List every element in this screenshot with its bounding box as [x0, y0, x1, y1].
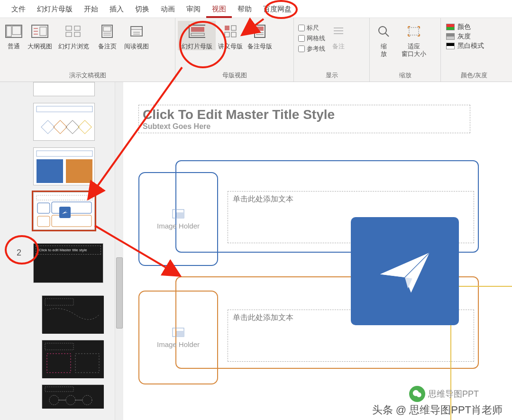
svg-rect-41: [78, 120, 91, 134]
watermark: 头条 @ 思维导图PPT肖老师: [372, 403, 503, 417]
check-ruler[interactable]: 标尺: [296, 23, 325, 33]
image-holder-orange[interactable]: Image Holder: [138, 291, 218, 384]
layout-thumb-1[interactable]: [33, 103, 95, 141]
image-placeholder-icon: [172, 327, 185, 338]
btn-notes-master[interactable]: 备注母版: [245, 21, 274, 50]
btn-normal[interactable]: 普通: [2, 21, 25, 50]
svg-rect-46: [37, 203, 50, 213]
svg-rect-10: [66, 32, 72, 37]
svg-rect-23: [225, 26, 229, 30]
sidebar-scrollbar[interactable]: [115, 82, 123, 420]
svg-rect-1: [7, 26, 11, 37]
layout-thumb-2[interactable]: [33, 147, 95, 185]
svg-rect-42: [37, 151, 92, 156]
menu-view[interactable]: 视图: [206, 0, 232, 18]
btn-fit-window[interactable]: 适应 窗口大小: [395, 21, 433, 58]
gray-swatch-icon: [446, 33, 455, 40]
title-placeholder[interactable]: Click To Edit Master Title Style Subtext…: [138, 105, 470, 133]
btn-zoom[interactable]: 缩 放: [372, 21, 395, 58]
menu-file[interactable]: 文件: [6, 0, 31, 18]
btn-notes[interactable]: 备注: [327, 21, 350, 50]
svg-point-34: [379, 27, 386, 34]
handout-master-icon: [222, 23, 239, 40]
svg-rect-39: [54, 120, 67, 134]
checkbox-gridlines[interactable]: [298, 35, 305, 42]
menu-animation[interactable]: 动画: [155, 0, 181, 18]
svg-rect-8: [66, 26, 72, 30]
svg-rect-53: [42, 340, 104, 378]
svg-rect-37: [37, 106, 92, 112]
wechat-icon: [409, 386, 425, 402]
slide-editor[interactable]: Click To Edit Master Title Style Subtext…: [123, 82, 512, 420]
btn-outline[interactable]: 大纲视图: [25, 21, 55, 50]
svg-rect-57: [42, 385, 104, 409]
check-guides[interactable]: 参考线: [296, 44, 325, 54]
slide-master-sidebar: 2 Click to edit Master title style: [0, 82, 123, 420]
layout-thumb-selected[interactable]: [33, 192, 95, 230]
section-number: 2: [17, 248, 21, 258]
btn-handout-master[interactable]: 讲义母版: [216, 21, 245, 50]
check-gridlines[interactable]: 网格线: [296, 33, 325, 44]
svg-rect-47: [52, 202, 91, 213]
opt-color[interactable]: 颜色: [446, 23, 484, 31]
normal-view-icon: [5, 23, 22, 40]
svg-rect-13: [103, 27, 111, 31]
group-label-presentation-views: 演示文稿视图: [2, 70, 173, 81]
menu-help[interactable]: 帮助: [232, 0, 257, 18]
layout-thumb-dark-3[interactable]: [42, 384, 103, 408]
ribbon: 普通 大纲视图 幻灯片浏览 备注页 阅读视图 演示文稿视图: [0, 18, 512, 82]
svg-rect-0: [6, 25, 22, 37]
notes-page-icon: [99, 23, 116, 40]
svg-rect-45: [37, 195, 92, 200]
paper-plane-box[interactable]: [351, 217, 459, 325]
btn-slide-browse[interactable]: 幻灯片浏览: [55, 21, 92, 50]
menu-transition[interactable]: 切换: [129, 0, 155, 18]
master-subtitle[interactable]: Subtext Goes Here: [143, 122, 466, 131]
svg-rect-24: [231, 26, 236, 30]
workspace: 2 Click to edit Master title style Click…: [0, 82, 512, 420]
master-title[interactable]: Click To Edit Master Title Style: [143, 107, 466, 122]
slide-master-icon: [188, 23, 205, 40]
menu-baidu[interactable]: 百度网盘: [257, 0, 297, 18]
svg-rect-7: [40, 27, 46, 36]
layout-thumb-dark-1[interactable]: [42, 295, 103, 333]
fit-window-icon: [405, 23, 422, 40]
checkbox-guides[interactable]: [298, 46, 305, 52]
menu-review[interactable]: 审阅: [181, 0, 206, 18]
bw-swatch-icon: [446, 43, 455, 49]
svg-rect-49: [52, 215, 91, 227]
svg-rect-16: [131, 27, 142, 36]
opt-gray[interactable]: 灰度: [446, 32, 484, 41]
menu-start[interactable]: 开始: [78, 0, 104, 18]
outline-view-icon: [31, 23, 48, 40]
svg-rect-51: [42, 296, 104, 334]
checkbox-ruler[interactable]: [298, 25, 305, 31]
slide-sorter-icon: [65, 23, 82, 40]
svg-point-73: [417, 393, 421, 397]
btn-slide-master[interactable]: 幻灯片母版: [178, 21, 216, 50]
zoom-icon: [375, 23, 392, 40]
svg-rect-36: [409, 27, 419, 35]
btn-reading[interactable]: 阅读视图: [122, 21, 151, 50]
menu-insert[interactable]: 插入: [104, 0, 129, 18]
opt-bw[interactable]: 黑白模式: [446, 42, 484, 50]
paper-plane-icon: [374, 240, 436, 302]
layout-thumb-dark-2[interactable]: [42, 340, 103, 378]
svg-rect-44: [66, 159, 92, 183]
svg-rect-25: [225, 32, 229, 37]
group-label-color: 颜色/灰度: [443, 70, 505, 81]
scrollbar-thumb[interactable]: [116, 257, 123, 329]
svg-rect-11: [74, 32, 80, 37]
image-holder-blue[interactable]: Image Holder: [138, 172, 218, 266]
menu-slide-master[interactable]: 幻灯片母版: [31, 0, 78, 18]
layout-thumb-0[interactable]: [33, 82, 95, 96]
image-placeholder-icon: [172, 209, 185, 219]
svg-rect-2: [12, 26, 21, 35]
group-label-zoom: 缩放: [372, 70, 438, 81]
svg-line-35: [385, 33, 389, 37]
svg-rect-43: [37, 159, 63, 183]
group-label-show: 显示: [296, 70, 367, 81]
btn-notes-page[interactable]: 备注页: [92, 21, 122, 50]
master-thumb-dark[interactable]: Click to edit Master title style: [33, 243, 103, 283]
svg-rect-22: [191, 33, 204, 36]
